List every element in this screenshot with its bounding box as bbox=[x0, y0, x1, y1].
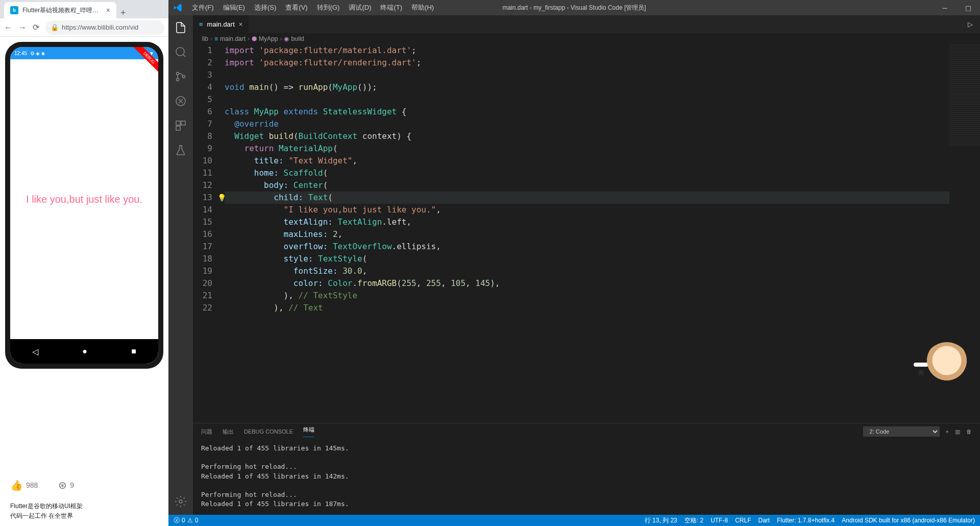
svg-point-1 bbox=[177, 73, 179, 75]
svg-rect-7 bbox=[176, 126, 180, 130]
code-lines[interactable]: import 'package:flutter/material.dart'; … bbox=[225, 44, 949, 423]
menu-item[interactable]: 终端(T) bbox=[376, 1, 406, 14]
line-number: 12 bbox=[193, 179, 212, 192]
bc-lib[interactable]: lib bbox=[202, 35, 208, 42]
activity-bar bbox=[168, 15, 193, 515]
forward-icon[interactable]: → bbox=[18, 23, 27, 32]
line-number: 17 bbox=[193, 241, 212, 253]
android-emulator: 12:45 ⚙ ◈ ■ ▼ DEBUG I like you,but just … bbox=[0, 37, 168, 474]
line-number: 13 bbox=[193, 192, 212, 204]
panel-tabs: 问题输出DEBUG CONSOLE终端 2: Code + ▥ 🗑 bbox=[193, 423, 980, 440]
run-icon[interactable]: ▷ bbox=[961, 20, 980, 28]
encoding-status[interactable]: UTF-8 bbox=[710, 516, 728, 525]
menu-item[interactable]: 帮助(H) bbox=[407, 1, 438, 14]
maximize-icon[interactable]: ▢ bbox=[957, 0, 980, 15]
eol-status[interactable]: CRLF bbox=[735, 516, 751, 525]
line-number: 19 bbox=[193, 265, 212, 277]
flutter-status[interactable]: Flutter: 1.7.8+hotfix.4 bbox=[777, 516, 835, 525]
phone-screen[interactable]: 12:45 ⚙ ◈ ■ ▼ DEBUG I like you,but just … bbox=[10, 47, 158, 364]
url-input[interactable]: 🔒 https://www.bilibili.com/vid bbox=[45, 20, 164, 35]
line-number: 5 bbox=[193, 93, 212, 106]
search-icon[interactable] bbox=[174, 45, 188, 59]
nav-home-icon[interactable]: ● bbox=[82, 347, 87, 356]
explorer-icon[interactable] bbox=[174, 20, 188, 35]
close-tab-icon[interactable]: × bbox=[106, 6, 110, 14]
language-status[interactable]: Dart bbox=[758, 516, 770, 525]
menu-bar: 文件(F)编辑(E)选择(S)查看(V)转到(G)调试(D)终端(T)帮助(H) bbox=[188, 1, 438, 14]
terminal-output[interactable]: Reloaded 1 of 455 libraries in 145ms. Pe… bbox=[193, 440, 980, 515]
line-number: 2 bbox=[193, 57, 212, 69]
minimize-icon[interactable]: ─ bbox=[933, 0, 957, 15]
line-number: 10 bbox=[193, 155, 212, 167]
svg-rect-5 bbox=[176, 121, 180, 125]
browser-tab[interactable]: b Flutter基础视频教程_哔哩哔哩 ( × bbox=[4, 2, 116, 18]
panel-tab[interactable]: 终端 bbox=[303, 426, 314, 437]
title-bar: 文件(F)编辑(E)选择(S)查看(V)转到(G)调试(D)终端(T)帮助(H)… bbox=[168, 0, 980, 15]
split-terminal-icon[interactable]: ▥ bbox=[955, 428, 960, 435]
line-number: 6 bbox=[193, 106, 212, 118]
method-icon: ◉ bbox=[284, 35, 289, 42]
anime-character-icon bbox=[924, 342, 970, 388]
dart-icon: ≡ bbox=[214, 35, 218, 42]
bottom-panel: 问题输出DEBUG CONSOLE终端 2: Code + ▥ 🗑 Reload… bbox=[193, 423, 980, 515]
flask-icon[interactable] bbox=[174, 143, 188, 157]
nav-back-icon[interactable]: ◁ bbox=[32, 347, 38, 356]
panel-tab[interactable]: DEBUG CONSOLE bbox=[244, 428, 293, 435]
coin-count: 9 bbox=[70, 481, 74, 489]
file-tab-main-dart[interactable]: ≡ main.dart × bbox=[193, 15, 249, 33]
line-number: 21 bbox=[193, 290, 212, 302]
cursor-position[interactable]: 行 13, 列 23 bbox=[645, 516, 677, 525]
reload-icon[interactable]: ⟳ bbox=[33, 22, 39, 32]
extensions-icon[interactable] bbox=[174, 118, 188, 133]
file-tab-label: main.dart bbox=[207, 20, 235, 28]
phone-nav-bar: ◁ ● ■ bbox=[10, 339, 158, 364]
browser-tab-strip: b Flutter基础视频教程_哔哩哔哩 ( × + bbox=[0, 0, 168, 18]
svg-point-2 bbox=[177, 79, 179, 81]
svg-point-0 bbox=[176, 47, 184, 56]
editor-tabs: ≡ main.dart × ▷ bbox=[193, 15, 980, 33]
debug-icon[interactable] bbox=[174, 94, 188, 108]
code-editor[interactable]: 💡 12345678910111213141516171819202122 im… bbox=[193, 44, 980, 423]
breadcrumb[interactable]: lib › ≡ main.dart › ⬢ MyApp › ◉ build bbox=[193, 33, 980, 44]
line-number: 18 bbox=[193, 253, 212, 265]
panel-tab[interactable]: 问题 bbox=[201, 428, 212, 436]
status-bar: ⓧ 0 ⚠ 0 行 13, 列 23 空格: 2 UTF-8 CRLF Dart… bbox=[168, 515, 980, 526]
terminal-select[interactable]: 2: Code bbox=[863, 426, 940, 437]
browser-panel: b Flutter基础视频教程_哔哩哔哩 ( × + ← → ⟳ 🔒 https… bbox=[0, 0, 168, 526]
new-tab-button[interactable]: + bbox=[116, 8, 130, 18]
lightbulb-icon[interactable]: 💡 bbox=[217, 192, 226, 204]
menu-item[interactable]: 查看(V) bbox=[281, 1, 311, 14]
menu-item[interactable]: 编辑(E) bbox=[219, 1, 249, 14]
bc-method[interactable]: build bbox=[291, 35, 304, 42]
editor-column: ≡ main.dart × ▷ lib › ≡ main.dart › ⬢ My… bbox=[193, 15, 980, 515]
close-file-icon[interactable]: × bbox=[239, 20, 243, 28]
settings-gear-icon[interactable] bbox=[174, 494, 188, 509]
bc-file[interactable]: main.dart bbox=[220, 35, 246, 42]
tab-title: Flutter基础视频教程_哔哩哔哩 ( bbox=[22, 6, 102, 15]
lock-icon: 🔒 bbox=[51, 23, 59, 31]
menu-item[interactable]: 文件(F) bbox=[188, 1, 218, 14]
indent-status[interactable]: 空格: 2 bbox=[684, 516, 703, 525]
thumb-up-icon[interactable]: 👍 bbox=[10, 479, 23, 491]
coin-icon[interactable]: ⊛ bbox=[58, 479, 67, 491]
source-control-icon[interactable] bbox=[174, 69, 188, 84]
errors-badge[interactable]: ⓧ 0 ⚠ 0 bbox=[174, 516, 198, 525]
device-status[interactable]: Android SDK built for x86 (android-x86 E… bbox=[842, 516, 975, 525]
nav-recent-icon[interactable]: ■ bbox=[131, 347, 136, 356]
menu-item[interactable]: 选择(S) bbox=[250, 1, 280, 14]
new-terminal-icon[interactable]: + bbox=[946, 428, 949, 435]
app-body: I like you,but just like you. bbox=[10, 59, 158, 339]
window-title: main.dart - my_firstapp - Visual Studio … bbox=[502, 4, 646, 12]
back-icon[interactable]: ← bbox=[4, 23, 12, 32]
menu-item[interactable]: 调试(D) bbox=[345, 1, 375, 14]
video-meta: 👍988 ⊛9 Flutter是谷歌的移动UI框架 代码一起工作 在全世界 bbox=[0, 474, 168, 526]
url-text: https://www.bilibili.com/vid bbox=[62, 23, 138, 31]
line-number: 20 bbox=[193, 277, 212, 290]
bc-class[interactable]: MyApp bbox=[259, 35, 278, 42]
vscode-logo-icon bbox=[168, 3, 188, 12]
line-number: 16 bbox=[193, 228, 212, 241]
panel-tab[interactable]: 输出 bbox=[223, 428, 234, 436]
menu-item[interactable]: 转到(G) bbox=[313, 1, 344, 14]
trash-icon[interactable]: 🗑 bbox=[966, 428, 972, 435]
class-icon: ⬢ bbox=[252, 35, 257, 42]
